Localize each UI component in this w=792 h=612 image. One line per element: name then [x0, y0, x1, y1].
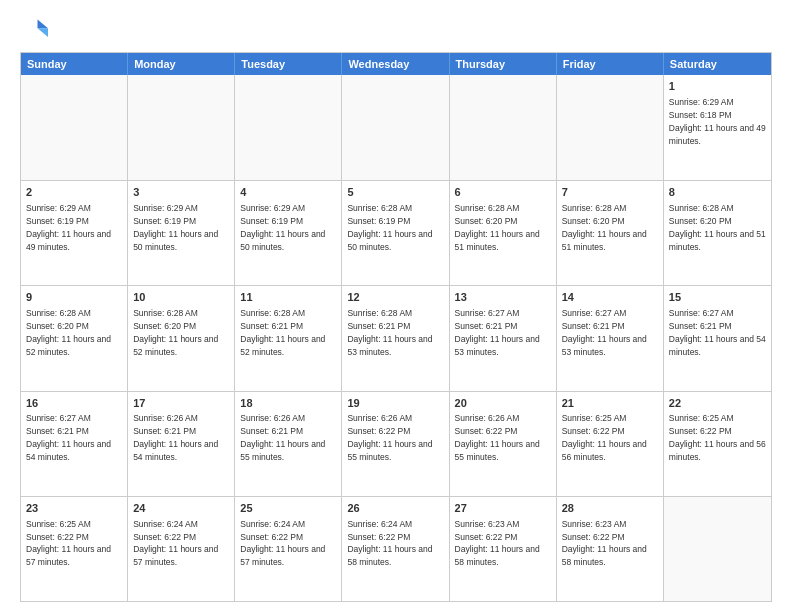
day-number: 25 — [240, 501, 336, 516]
day-number: 27 — [455, 501, 551, 516]
calendar-cell — [128, 75, 235, 180]
calendar-row: 1Sunrise: 6:29 AM Sunset: 6:18 PM Daylig… — [21, 75, 771, 180]
calendar-cell: 1Sunrise: 6:29 AM Sunset: 6:18 PM Daylig… — [664, 75, 771, 180]
calendar-cell: 25Sunrise: 6:24 AM Sunset: 6:22 PM Dayli… — [235, 497, 342, 601]
day-number: 21 — [562, 396, 658, 411]
day-number: 11 — [240, 290, 336, 305]
calendar-cell: 8Sunrise: 6:28 AM Sunset: 6:20 PM Daylig… — [664, 181, 771, 285]
calendar-cell: 10Sunrise: 6:28 AM Sunset: 6:20 PM Dayli… — [128, 286, 235, 390]
cell-info: Sunrise: 6:28 AM Sunset: 6:20 PM Dayligh… — [562, 203, 647, 252]
calendar-cell: 14Sunrise: 6:27 AM Sunset: 6:21 PM Dayli… — [557, 286, 664, 390]
logo-icon — [20, 16, 48, 44]
calendar-row: 23Sunrise: 6:25 AM Sunset: 6:22 PM Dayli… — [21, 496, 771, 601]
cell-info: Sunrise: 6:29 AM Sunset: 6:19 PM Dayligh… — [240, 203, 325, 252]
calendar-cell — [557, 75, 664, 180]
cell-info: Sunrise: 6:27 AM Sunset: 6:21 PM Dayligh… — [455, 308, 540, 357]
calendar-cell: 15Sunrise: 6:27 AM Sunset: 6:21 PM Dayli… — [664, 286, 771, 390]
cell-info: Sunrise: 6:28 AM Sunset: 6:21 PM Dayligh… — [347, 308, 432, 357]
cell-info: Sunrise: 6:25 AM Sunset: 6:22 PM Dayligh… — [669, 413, 766, 462]
cell-info: Sunrise: 6:23 AM Sunset: 6:22 PM Dayligh… — [455, 519, 540, 568]
cell-info: Sunrise: 6:25 AM Sunset: 6:22 PM Dayligh… — [562, 413, 647, 462]
calendar-cell: 24Sunrise: 6:24 AM Sunset: 6:22 PM Dayli… — [128, 497, 235, 601]
calendar-cell: 3Sunrise: 6:29 AM Sunset: 6:19 PM Daylig… — [128, 181, 235, 285]
calendar-cell: 13Sunrise: 6:27 AM Sunset: 6:21 PM Dayli… — [450, 286, 557, 390]
calendar-cell: 7Sunrise: 6:28 AM Sunset: 6:20 PM Daylig… — [557, 181, 664, 285]
cell-info: Sunrise: 6:23 AM Sunset: 6:22 PM Dayligh… — [562, 519, 647, 568]
calendar-cell — [342, 75, 449, 180]
cell-info: Sunrise: 6:24 AM Sunset: 6:22 PM Dayligh… — [347, 519, 432, 568]
svg-marker-0 — [38, 20, 49, 29]
calendar-cell: 21Sunrise: 6:25 AM Sunset: 6:22 PM Dayli… — [557, 392, 664, 496]
day-number: 2 — [26, 185, 122, 200]
calendar-cell: 18Sunrise: 6:26 AM Sunset: 6:21 PM Dayli… — [235, 392, 342, 496]
day-number: 12 — [347, 290, 443, 305]
calendar-cell: 23Sunrise: 6:25 AM Sunset: 6:22 PM Dayli… — [21, 497, 128, 601]
day-number: 1 — [669, 79, 766, 94]
day-number: 6 — [455, 185, 551, 200]
cell-info: Sunrise: 6:24 AM Sunset: 6:22 PM Dayligh… — [133, 519, 218, 568]
calendar-cell — [21, 75, 128, 180]
cell-info: Sunrise: 6:27 AM Sunset: 6:21 PM Dayligh… — [26, 413, 111, 462]
calendar-cell: 5Sunrise: 6:28 AM Sunset: 6:19 PM Daylig… — [342, 181, 449, 285]
day-number: 18 — [240, 396, 336, 411]
day-number: 28 — [562, 501, 658, 516]
svg-marker-1 — [38, 28, 49, 37]
calendar-cell — [664, 497, 771, 601]
weekday-header-sunday: Sunday — [21, 53, 128, 75]
cell-info: Sunrise: 6:27 AM Sunset: 6:21 PM Dayligh… — [562, 308, 647, 357]
day-number: 23 — [26, 501, 122, 516]
calendar: SundayMondayTuesdayWednesdayThursdayFrid… — [20, 52, 772, 602]
calendar-cell: 17Sunrise: 6:26 AM Sunset: 6:21 PM Dayli… — [128, 392, 235, 496]
calendar-header: SundayMondayTuesdayWednesdayThursdayFrid… — [21, 53, 771, 75]
cell-info: Sunrise: 6:28 AM Sunset: 6:20 PM Dayligh… — [26, 308, 111, 357]
day-number: 19 — [347, 396, 443, 411]
calendar-cell: 19Sunrise: 6:26 AM Sunset: 6:22 PM Dayli… — [342, 392, 449, 496]
calendar-cell: 27Sunrise: 6:23 AM Sunset: 6:22 PM Dayli… — [450, 497, 557, 601]
day-number: 26 — [347, 501, 443, 516]
calendar-cell: 4Sunrise: 6:29 AM Sunset: 6:19 PM Daylig… — [235, 181, 342, 285]
cell-info: Sunrise: 6:29 AM Sunset: 6:18 PM Dayligh… — [669, 97, 766, 146]
logo — [20, 16, 52, 44]
calendar-row: 9Sunrise: 6:28 AM Sunset: 6:20 PM Daylig… — [21, 285, 771, 390]
day-number: 17 — [133, 396, 229, 411]
day-number: 9 — [26, 290, 122, 305]
calendar-cell — [235, 75, 342, 180]
cell-info: Sunrise: 6:28 AM Sunset: 6:19 PM Dayligh… — [347, 203, 432, 252]
calendar-cell: 20Sunrise: 6:26 AM Sunset: 6:22 PM Dayli… — [450, 392, 557, 496]
day-number: 20 — [455, 396, 551, 411]
calendar-cell: 26Sunrise: 6:24 AM Sunset: 6:22 PM Dayli… — [342, 497, 449, 601]
cell-info: Sunrise: 6:26 AM Sunset: 6:22 PM Dayligh… — [347, 413, 432, 462]
weekday-header-monday: Monday — [128, 53, 235, 75]
calendar-body: 1Sunrise: 6:29 AM Sunset: 6:18 PM Daylig… — [21, 75, 771, 601]
cell-info: Sunrise: 6:28 AM Sunset: 6:20 PM Dayligh… — [669, 203, 766, 252]
calendar-cell: 12Sunrise: 6:28 AM Sunset: 6:21 PM Dayli… — [342, 286, 449, 390]
page: SundayMondayTuesdayWednesdayThursdayFrid… — [0, 0, 792, 612]
weekday-header-saturday: Saturday — [664, 53, 771, 75]
cell-info: Sunrise: 6:27 AM Sunset: 6:21 PM Dayligh… — [669, 308, 766, 357]
calendar-cell: 11Sunrise: 6:28 AM Sunset: 6:21 PM Dayli… — [235, 286, 342, 390]
day-number: 5 — [347, 185, 443, 200]
cell-info: Sunrise: 6:26 AM Sunset: 6:21 PM Dayligh… — [240, 413, 325, 462]
calendar-cell — [450, 75, 557, 180]
cell-info: Sunrise: 6:28 AM Sunset: 6:21 PM Dayligh… — [240, 308, 325, 357]
day-number: 24 — [133, 501, 229, 516]
day-number: 7 — [562, 185, 658, 200]
cell-info: Sunrise: 6:29 AM Sunset: 6:19 PM Dayligh… — [26, 203, 111, 252]
weekday-header-thursday: Thursday — [450, 53, 557, 75]
calendar-cell: 22Sunrise: 6:25 AM Sunset: 6:22 PM Dayli… — [664, 392, 771, 496]
cell-info: Sunrise: 6:26 AM Sunset: 6:22 PM Dayligh… — [455, 413, 540, 462]
day-number: 15 — [669, 290, 766, 305]
calendar-row: 2Sunrise: 6:29 AM Sunset: 6:19 PM Daylig… — [21, 180, 771, 285]
day-number: 8 — [669, 185, 766, 200]
cell-info: Sunrise: 6:26 AM Sunset: 6:21 PM Dayligh… — [133, 413, 218, 462]
weekday-header-tuesday: Tuesday — [235, 53, 342, 75]
day-number: 3 — [133, 185, 229, 200]
cell-info: Sunrise: 6:28 AM Sunset: 6:20 PM Dayligh… — [133, 308, 218, 357]
calendar-cell: 16Sunrise: 6:27 AM Sunset: 6:21 PM Dayli… — [21, 392, 128, 496]
day-number: 10 — [133, 290, 229, 305]
weekday-header-wednesday: Wednesday — [342, 53, 449, 75]
cell-info: Sunrise: 6:24 AM Sunset: 6:22 PM Dayligh… — [240, 519, 325, 568]
calendar-cell: 6Sunrise: 6:28 AM Sunset: 6:20 PM Daylig… — [450, 181, 557, 285]
calendar-cell: 2Sunrise: 6:29 AM Sunset: 6:19 PM Daylig… — [21, 181, 128, 285]
cell-info: Sunrise: 6:29 AM Sunset: 6:19 PM Dayligh… — [133, 203, 218, 252]
